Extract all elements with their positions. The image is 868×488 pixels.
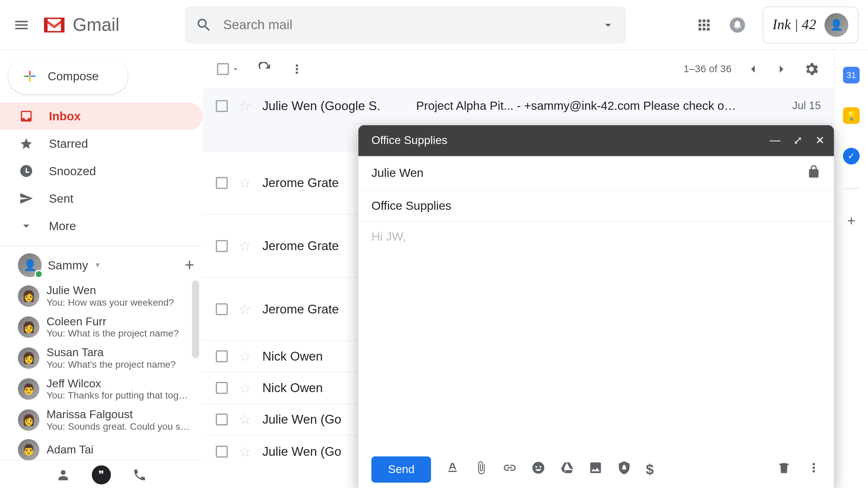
- search-input[interactable]: [223, 17, 590, 33]
- chat-item[interactable]: 👩Coleen FurrYou: What is the project nam…: [0, 312, 203, 343]
- link-icon[interactable]: [503, 461, 517, 479]
- compose-to-value: Julie Wen: [371, 166, 423, 180]
- attach-icon[interactable]: [474, 461, 488, 479]
- checkbox-icon: [217, 63, 229, 75]
- more-vert-icon[interactable]: [807, 461, 821, 479]
- gmail-logo[interactable]: Gmail: [42, 15, 119, 35]
- chevron-left-icon[interactable]: [746, 62, 760, 76]
- trash-icon[interactable]: [777, 461, 791, 479]
- pagination-text: 1–36 of 36: [684, 63, 731, 75]
- email-subject: Project Alpha Pit... - +sammy@ink-42.com…: [416, 99, 782, 113]
- compose-to-field[interactable]: Julie Wen: [358, 156, 834, 191]
- avatar: 👨: [18, 378, 39, 400]
- email-row[interactable]: ☆ Julie Wen (Google S. Project Alpha Pit…: [203, 88, 834, 124]
- sidebar-item-more[interactable]: More: [0, 212, 203, 240]
- star-icon: [19, 137, 33, 151]
- chat-user-avatar: 👤: [18, 253, 42, 277]
- star-outline-icon[interactable]: ☆: [238, 301, 252, 317]
- select-all[interactable]: [217, 63, 240, 75]
- workspace-brand[interactable]: Ink | 42 👤: [762, 6, 859, 43]
- apps-grid-icon[interactable]: [695, 16, 712, 33]
- star-outline-icon[interactable]: ☆: [238, 174, 252, 191]
- chat-name: Julie Wen: [46, 284, 174, 298]
- plus-icon[interactable]: +: [847, 213, 855, 229]
- expand-icon[interactable]: ⤢: [793, 134, 802, 147]
- chat-item[interactable]: 👩Julie WenYou: How was your weekend?: [0, 281, 203, 311]
- presence-dot: [35, 270, 43, 278]
- sidebar-item-inbox[interactable]: Inbox: [0, 102, 203, 130]
- gear-icon[interactable]: [803, 61, 820, 77]
- chevron-right-icon[interactable]: [774, 62, 789, 76]
- email-checkbox[interactable]: [216, 100, 228, 112]
- compose-body[interactable]: Hi JW,: [358, 222, 834, 450]
- chat-dropdown-icon[interactable]: ▼: [94, 261, 101, 269]
- new-chat-button[interactable]: +: [184, 256, 194, 274]
- chat-item[interactable]: 👩Susan TaraYou: What's the project name?: [0, 343, 203, 373]
- chat-user-name: Sammy: [48, 258, 88, 272]
- star-outline-icon[interactable]: ☆: [238, 97, 252, 114]
- side-panel: 31 💡 ✓ +: [835, 50, 868, 488]
- divider: [844, 188, 859, 189]
- photo-icon[interactable]: [589, 461, 603, 479]
- email-checkbox[interactable]: [216, 413, 228, 425]
- minimize-icon[interactable]: —: [770, 134, 781, 147]
- chat-item[interactable]: 👨Adam Tai: [0, 435, 203, 460]
- dollar-icon[interactable]: $: [646, 461, 654, 478]
- sidebar-item-label: More: [49, 219, 76, 232]
- search-bar[interactable]: [185, 6, 626, 43]
- sidebar-item-starred[interactable]: Starred: [0, 130, 203, 157]
- keep-icon[interactable]: 💡: [843, 107, 860, 124]
- chat-scrollbar[interactable]: [192, 281, 199, 358]
- sidebar-item-sent[interactable]: Sent: [0, 185, 203, 212]
- star-outline-icon[interactable]: ☆: [238, 380, 252, 396]
- text-format-icon[interactable]: [446, 461, 460, 479]
- person-icon[interactable]: [56, 467, 70, 482]
- search-dropdown-icon[interactable]: [601, 18, 615, 32]
- compose-button[interactable]: Compose: [8, 58, 128, 94]
- user-avatar[interactable]: 👤: [825, 13, 848, 37]
- hangouts-icon[interactable]: ❞: [92, 465, 111, 484]
- drive-icon[interactable]: [560, 461, 574, 479]
- avatar: 👩: [18, 317, 39, 338]
- avatar: 👨: [18, 439, 39, 460]
- bell-icon[interactable]: [729, 16, 746, 33]
- star-outline-icon[interactable]: ☆: [238, 238, 252, 254]
- lock-icon[interactable]: [807, 164, 821, 182]
- email-checkbox[interactable]: [216, 445, 228, 457]
- compose-titlebar[interactable]: Office Supplies — ⤢ ✕: [358, 125, 834, 156]
- chat-preview: You: What is the project name?: [46, 328, 179, 339]
- compose-subject-value: Office Supplies: [371, 199, 451, 212]
- chat-item[interactable]: 👩Marissa FalgoustYou: Sounds great. Coul…: [0, 405, 203, 435]
- sidebar-item-label: Starred: [49, 137, 88, 150]
- compose-subject-field[interactable]: Office Supplies: [358, 191, 834, 222]
- close-icon[interactable]: ✕: [815, 134, 824, 147]
- refresh-icon[interactable]: [258, 62, 272, 76]
- pagination: 1–36 of 36: [684, 61, 820, 77]
- confidential-icon[interactable]: [617, 461, 631, 479]
- email-checkbox[interactable]: [216, 240, 228, 252]
- sidebar-item-snoozed[interactable]: Snoozed: [0, 157, 203, 185]
- brand-label: Ink | 42: [772, 17, 816, 33]
- chevron-down-icon: [231, 65, 240, 74]
- search-icon: [196, 16, 212, 33]
- sidebar: Compose Inbox Starred Snoozed Sent More: [0, 50, 203, 488]
- send-button[interactable]: Send: [371, 456, 431, 483]
- email-checkbox[interactable]: [216, 303, 228, 315]
- emoji-icon[interactable]: [531, 461, 546, 479]
- phone-icon[interactable]: [132, 467, 146, 482]
- star-outline-icon[interactable]: ☆: [238, 348, 252, 365]
- tasks-icon[interactable]: ✓: [843, 148, 860, 164]
- main-menu-button[interactable]: [7, 11, 36, 39]
- more-vert-icon[interactable]: [290, 62, 304, 76]
- email-checkbox[interactable]: [216, 382, 228, 394]
- chat-name: Adam Tai: [46, 443, 94, 456]
- email-checkbox[interactable]: [216, 177, 228, 188]
- star-outline-icon[interactable]: ☆: [238, 443, 252, 460]
- email-toolbar: 1–36 of 36: [203, 50, 834, 88]
- chat-item[interactable]: 👨Jeff WilcoxYou: Thanks for putting that…: [0, 373, 203, 404]
- calendar-icon[interactable]: 31: [843, 67, 860, 83]
- star-outline-icon[interactable]: ☆: [238, 411, 252, 428]
- chat-profile-header[interactable]: 👤 Sammy ▼ +: [0, 250, 203, 281]
- gmail-logo-text: Gmail: [73, 15, 120, 35]
- email-checkbox[interactable]: [216, 350, 228, 362]
